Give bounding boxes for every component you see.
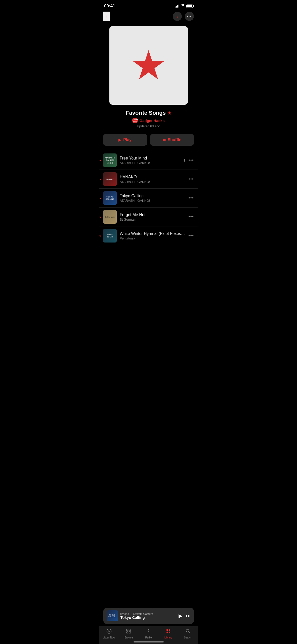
track-artist: ATARASHII GAKKO! bbox=[120, 180, 185, 184]
signal-bars-icon bbox=[175, 5, 179, 8]
track-actions: ••• bbox=[188, 233, 194, 238]
track-title: Free Your Mind bbox=[120, 156, 180, 160]
track-thumbnail: HANAKO bbox=[103, 172, 117, 186]
more-icon: ••• bbox=[187, 15, 192, 18]
track-info: Free Your Mind ATARASHII GAKKO! bbox=[120, 156, 180, 165]
track-artist: Pentatonix bbox=[120, 236, 185, 240]
track-info: Tokyo Calling ATARASHII GAKKO! bbox=[120, 194, 185, 203]
track-artist: ATARASHII GAKKO! bbox=[120, 161, 180, 165]
track-info: Forget Me Not St Germain bbox=[120, 213, 185, 221]
track-title: Tokyo Calling bbox=[120, 194, 185, 198]
author-name: Gadget Hacks bbox=[139, 118, 164, 123]
track-thumbnail: ATARASHIIGAKKO! NEXT bbox=[103, 153, 117, 167]
track-thumbnail: PENTATONIX bbox=[103, 229, 117, 243]
track-info: White Winter Hymnal (Fleet Foxes Cover) … bbox=[120, 231, 185, 240]
track-title: HANAKO bbox=[120, 175, 185, 179]
playlist-title-text: Favorite Songs bbox=[126, 110, 166, 116]
track-actions: ••• bbox=[188, 214, 194, 220]
author-avatar: GADGETHACKS bbox=[132, 118, 138, 123]
track-star-icon: ★ bbox=[99, 197, 101, 199]
track-actions: ••• bbox=[188, 195, 194, 201]
track-actions: ••• bbox=[188, 177, 194, 182]
battery-icon bbox=[186, 5, 193, 8]
track-actions: ⬇ ••• bbox=[183, 158, 194, 163]
track-more-icon[interactable]: ••• bbox=[188, 177, 194, 182]
album-art: ★ bbox=[109, 26, 188, 105]
status-icons bbox=[175, 4, 193, 8]
shuffle-label: Shuffle bbox=[168, 138, 181, 142]
track-title: Forget Me Not bbox=[120, 213, 185, 217]
track-more-icon[interactable]: ••• bbox=[188, 233, 194, 238]
track-title: White Winter Hymnal (Fleet Foxes Cover) bbox=[120, 231, 185, 236]
track-star-icon: ★ bbox=[99, 234, 101, 237]
download-button[interactable]: ↓ bbox=[173, 12, 182, 21]
track-more-icon[interactable]: ••• bbox=[188, 158, 194, 163]
track-download-icon[interactable]: ⬇ bbox=[183, 158, 186, 163]
wifi-icon bbox=[181, 4, 185, 8]
back-button[interactable]: ‹ bbox=[103, 12, 110, 21]
track-star-icon: ★ bbox=[99, 178, 101, 181]
track-artist: ATARASHII GAKKO! bbox=[120, 199, 185, 203]
playlist-author[interactable]: GADGETHACKS Gadget Hacks bbox=[104, 118, 193, 123]
play-label: Play bbox=[123, 138, 132, 142]
track-thumbnail: St Germain bbox=[103, 210, 117, 224]
action-buttons: ▶ Play ⇄ Shuffle bbox=[99, 132, 198, 151]
track-info: HANAKO ATARASHII GAKKO! bbox=[120, 175, 185, 184]
nav-actions: ↓ ••• bbox=[173, 12, 194, 21]
download-icon: ↓ bbox=[177, 14, 178, 18]
more-options-button[interactable]: ••• bbox=[185, 12, 194, 21]
playlist-star-artwork: ★ bbox=[131, 45, 166, 86]
play-icon: ▶ bbox=[118, 138, 121, 142]
shuffle-button[interactable]: ⇄ Shuffle bbox=[150, 134, 194, 146]
nav-bar: ‹ ↓ ••• bbox=[99, 11, 198, 24]
track-artist: St Germain bbox=[120, 218, 185, 221]
track-more-icon[interactable]: ••• bbox=[188, 214, 194, 220]
playlist-favorite-star: ★ bbox=[168, 111, 171, 115]
track-item[interactable]: ★ ATARASHIIGAKKO! NEXT Free Your Mind AT… bbox=[99, 151, 198, 170]
track-list: ★ ATARASHIIGAKKO! NEXT Free Your Mind AT… bbox=[99, 151, 198, 245]
track-thumbnail: TOKYOCALLING bbox=[103, 191, 117, 205]
playlist-info: Favorite Songs ★ GADGETHACKS Gadget Hack… bbox=[99, 110, 198, 132]
track-star-icon: ★ bbox=[99, 216, 101, 218]
status-time: 09:41 bbox=[104, 4, 115, 9]
shuffle-icon: ⇄ bbox=[163, 138, 166, 142]
track-item[interactable]: ★ HANAKO HANAKO ATARASHII GAKKO! ••• bbox=[99, 170, 198, 188]
track-item[interactable]: ★ St Germain Forget Me Not St Germain ••… bbox=[99, 207, 198, 226]
track-more-icon[interactable]: ••• bbox=[188, 195, 194, 201]
play-button[interactable]: ▶ Play bbox=[103, 134, 147, 146]
album-art-container: ★ bbox=[99, 24, 198, 110]
track-item[interactable]: ★ TOKYOCALLING Tokyo Calling ATARASHII G… bbox=[99, 188, 198, 207]
status-bar: 09:41 bbox=[99, 0, 198, 11]
track-star-icon: ★ bbox=[99, 159, 101, 162]
playlist-title: Favorite Songs ★ bbox=[104, 110, 193, 116]
updated-text: Updated 6d ago bbox=[104, 124, 193, 128]
track-item[interactable]: ★ PENTATONIX White Winter Hymnal (Fleet … bbox=[99, 226, 198, 245]
